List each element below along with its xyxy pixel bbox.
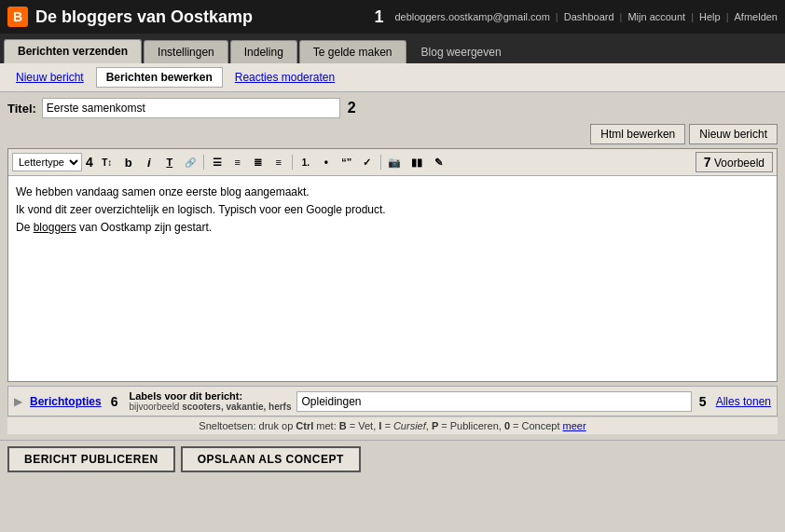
labels-hint-prefix: bijvoorbeeld — [129, 402, 182, 412]
labels-title: Labels voor dit bericht: — [129, 390, 291, 402]
toolbar: Lettertype 4 T↕ b i T 🔗 ☰ ≡ ≣ ≡ 1. • “” — [8, 149, 777, 176]
align-center-btn[interactable]: ≡ — [228, 153, 247, 171]
alles-tonen-link[interactable]: Alles tonen — [716, 395, 771, 408]
action-buttons-row: Html bewerken Nieuw bericht — [7, 124, 778, 144]
toolbar-sep-3 — [380, 155, 381, 170]
title-input[interactable] — [42, 98, 340, 118]
blog-title: De bloggers van Oostkamp — [35, 7, 374, 27]
tab-berichten[interactable]: Berichten verzenden — [4, 39, 142, 63]
account-link[interactable]: Mijn account — [627, 11, 685, 22]
triangle-icon: ▶ — [14, 395, 22, 408]
spellcheck-btn[interactable]: ✓ — [358, 153, 377, 171]
align-justify-btn[interactable]: ≡ — [269, 153, 288, 171]
image-btn[interactable]: 📷 — [385, 153, 404, 171]
publish-bar: BERICHT PUBLICEREN OPSLAAN ALS CONCEPT — [0, 440, 785, 478]
preview-label: Voorbeeld — [714, 157, 764, 170]
blog-logo: B — [7, 7, 28, 27]
new-post-button[interactable]: Nieuw bericht — [689, 124, 778, 144]
concept-button[interactable]: OPSLAAN ALS CONCEPT — [181, 446, 361, 472]
editor-area[interactable]: 3 We hebben vandaag samen onze eerste bl… — [8, 176, 777, 381]
help-link[interactable]: Help — [699, 11, 721, 22]
bold-btn[interactable]: b — [119, 153, 138, 171]
bottom-number-badge: 6 — [111, 394, 118, 409]
editor-line-2: Ik vond dit zeer overzichtelijk en logis… — [16, 201, 769, 219]
italic-btn[interactable]: i — [140, 153, 158, 171]
berichtopties-link[interactable]: Berichtopties — [30, 395, 102, 408]
align-right-btn[interactable]: ≣ — [249, 153, 268, 171]
sub-tab-reacties[interactable]: Reacties moderaten — [225, 67, 345, 88]
logout-link[interactable]: Afmelden — [735, 11, 778, 22]
font-color-btn[interactable]: T — [160, 153, 179, 171]
bottom-bar: ▶ Berichtopties 6 Labels voor dit berich… — [7, 386, 778, 416]
user-email: debloggers.oostkamp@gmail.com — [394, 11, 549, 22]
dashboard-link[interactable]: Dashboard — [564, 11, 614, 22]
publish-button[interactable]: BERICHT PUBLICEREN — [7, 446, 175, 472]
html-edit-button[interactable]: Html bewerken — [590, 124, 685, 144]
align-left-btn[interactable]: ☰ — [208, 153, 227, 171]
meer-link[interactable]: meer — [563, 420, 586, 431]
font-size-btn[interactable]: T↕ — [97, 153, 117, 171]
quote-btn[interactable]: “” — [337, 153, 356, 171]
labels-input[interactable] — [296, 391, 691, 412]
labels-hint: bijvoorbeeld scooters, vakantie, herfs — [129, 402, 291, 412]
tab-tegelde[interactable]: Te gelde maken — [299, 40, 406, 63]
editor-line-3: De bloggers van Oostkamp zijn gestart. — [16, 219, 769, 237]
d-label: = Concept — [510, 420, 563, 431]
video-btn[interactable]: ▮▮ — [406, 153, 428, 171]
sub-tab-nieuw[interactable]: Nieuw bericht — [6, 67, 94, 88]
main-tabs: Berichten verzenden Instellingen Indelin… — [0, 34, 785, 63]
tab-instellingen[interactable]: Instellingen — [144, 40, 228, 63]
preview-number-badge: 7 — [704, 155, 711, 170]
preview-btn[interactable]: 7 Voorbeeld — [695, 152, 773, 172]
editor-line-1: We hebben vandaag samen onze eerste blog… — [16, 184, 769, 201]
pencil-btn[interactable]: ✎ — [430, 153, 448, 171]
sub-tab-bewerken[interactable]: Berichten bewerken — [96, 67, 223, 88]
b-key: B — [339, 420, 347, 431]
shortcuts-text: Sneltoetsen: druk op — [199, 420, 296, 431]
ol-btn[interactable]: 1. — [296, 153, 315, 171]
toolbar-sep-2 — [292, 155, 293, 170]
header: B De bloggers van Oostkamp 1 debloggers.… — [0, 0, 785, 34]
shortcuts-met: met: — [313, 420, 339, 431]
tab-indeling[interactable]: Indeling — [230, 40, 297, 63]
editor-container: Lettertype 4 T↕ b i T 🔗 ☰ ≡ ≣ ≡ 1. • “” — [7, 148, 778, 382]
ul-btn[interactable]: • — [317, 153, 336, 171]
title-row: Titel: 2 — [7, 98, 778, 118]
labels-section: Labels voor dit bericht: bijvoorbeeld sc… — [129, 390, 291, 412]
sub-tabs: Nieuw bericht Berichten bewerken Reactie… — [0, 63, 785, 92]
underline-bloggers: bloggers — [34, 221, 76, 234]
title-label: Titel: — [7, 102, 36, 116]
title-number-badge: 2 — [348, 100, 356, 116]
toolbar-number-badge: 4 — [86, 155, 93, 170]
ctrl-key: Ctrl — [296, 420, 313, 431]
header-user-info: debloggers.oostkamp@gmail.com | Dashboar… — [394, 11, 778, 22]
label-number-badge: 5 — [699, 394, 707, 409]
toolbar-sep-1 — [203, 155, 204, 170]
i-label: = Cursief — [381, 420, 425, 431]
p-label: = Publiceren — [438, 420, 499, 431]
shortcuts-bar: Sneltoetsen: druk op Ctrl met: B = Vet, … — [7, 416, 778, 434]
labels-hint-text: scooters, vakantie, herfs — [182, 402, 291, 412]
main-content: Titel: 2 Html bewerken Nieuw bericht Let… — [0, 92, 785, 440]
b-label: = Vet — [347, 420, 373, 431]
berichtopties-label: Berichtopties — [30, 395, 102, 408]
link-btn[interactable]: 🔗 — [181, 153, 200, 171]
font-select[interactable]: Lettertype — [12, 153, 82, 171]
tab-blog[interactable]: Blog weergeven — [408, 41, 515, 63]
header-number-badge: 1 — [374, 7, 383, 27]
